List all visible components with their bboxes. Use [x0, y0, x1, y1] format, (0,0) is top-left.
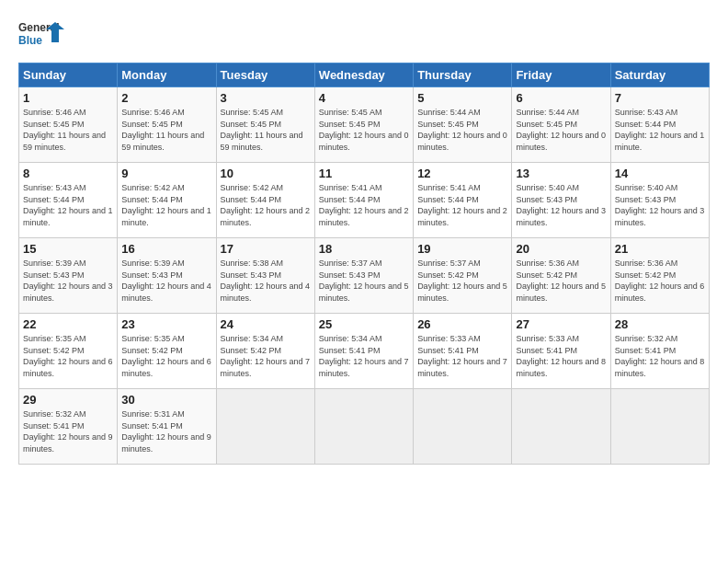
calendar-cell: 28Sunrise: 5:32 AMSunset: 5:41 PMDayligh…	[610, 314, 709, 389]
day-info: Sunrise: 5:46 AMSunset: 5:45 PMDaylight:…	[23, 107, 113, 153]
day-info: Sunrise: 5:42 AMSunset: 5:44 PMDaylight:…	[221, 182, 311, 228]
day-number: 4	[319, 91, 409, 105]
day-info: Sunrise: 5:41 AMSunset: 5:44 PMDaylight:…	[319, 182, 409, 228]
day-info: Sunrise: 5:44 AMSunset: 5:45 PMDaylight:…	[516, 107, 606, 153]
day-info: Sunrise: 5:37 AMSunset: 5:42 PMDaylight:…	[417, 258, 507, 304]
day-info: Sunrise: 5:32 AMSunset: 5:41 PMDaylight:…	[615, 333, 705, 379]
day-info: Sunrise: 5:36 AMSunset: 5:42 PMDaylight:…	[615, 258, 705, 304]
calendar-cell: 5Sunrise: 5:44 AMSunset: 5:45 PMDaylight…	[414, 87, 512, 163]
day-info: Sunrise: 5:34 AMSunset: 5:41 PMDaylight:…	[319, 333, 409, 379]
calendar-cell: 7Sunrise: 5:43 AMSunset: 5:44 PMDaylight…	[610, 87, 709, 163]
day-number: 26	[417, 317, 507, 331]
day-info: Sunrise: 5:44 AMSunset: 5:45 PMDaylight:…	[417, 107, 507, 153]
day-info: Sunrise: 5:45 AMSunset: 5:45 PMDaylight:…	[221, 107, 311, 153]
logo: General Blue	[18, 17, 64, 55]
col-header-tuesday: Tuesday	[216, 63, 314, 87]
day-info: Sunrise: 5:37 AMSunset: 5:43 PMDaylight:…	[319, 258, 409, 304]
calendar-cell: 6Sunrise: 5:44 AMSunset: 5:45 PMDaylight…	[512, 87, 610, 163]
calendar-cell: 20Sunrise: 5:36 AMSunset: 5:42 PMDayligh…	[512, 238, 610, 314]
calendar-week-4: 22Sunrise: 5:35 AMSunset: 5:42 PMDayligh…	[19, 314, 710, 389]
day-number: 9	[121, 167, 211, 180]
calendar-cell: 14Sunrise: 5:40 AMSunset: 5:43 PMDayligh…	[610, 163, 709, 238]
calendar-week-3: 15Sunrise: 5:39 AMSunset: 5:43 PMDayligh…	[19, 238, 710, 314]
svg-text:Blue: Blue	[18, 34, 42, 47]
day-number: 6	[516, 91, 606, 105]
day-info: Sunrise: 5:35 AMSunset: 5:42 PMDaylight:…	[121, 333, 211, 379]
day-number: 22	[23, 317, 113, 331]
calendar-table: SundayMondayTuesdayWednesdayThursdayFrid…	[18, 63, 710, 465]
day-number: 23	[121, 317, 211, 331]
day-info: Sunrise: 5:34 AMSunset: 5:42 PMDaylight:…	[221, 333, 311, 379]
day-number: 1	[23, 91, 113, 105]
day-number: 15	[23, 242, 113, 256]
calendar-cell: 1Sunrise: 5:46 AMSunset: 5:45 PMDaylight…	[19, 87, 118, 163]
calendar-cell: 2Sunrise: 5:46 AMSunset: 5:45 PMDaylight…	[118, 87, 216, 163]
calendar-cell: 16Sunrise: 5:39 AMSunset: 5:43 PMDayligh…	[118, 238, 216, 314]
day-info: Sunrise: 5:33 AMSunset: 5:41 PMDaylight:…	[417, 333, 507, 379]
day-number: 7	[615, 91, 705, 105]
calendar-cell: 17Sunrise: 5:38 AMSunset: 5:43 PMDayligh…	[216, 238, 314, 314]
day-info: Sunrise: 5:33 AMSunset: 5:41 PMDaylight:…	[516, 333, 606, 379]
day-info: Sunrise: 5:40 AMSunset: 5:43 PMDaylight:…	[516, 182, 606, 228]
day-info: Sunrise: 5:32 AMSunset: 5:41 PMDaylight:…	[23, 408, 113, 454]
calendar-cell	[512, 389, 610, 465]
logo-svg: General Blue	[18, 17, 64, 55]
calendar-cell: 26Sunrise: 5:33 AMSunset: 5:41 PMDayligh…	[414, 314, 512, 389]
col-header-saturday: Saturday	[610, 63, 709, 87]
calendar-cell: 29Sunrise: 5:32 AMSunset: 5:41 PMDayligh…	[19, 389, 118, 465]
main-container: General Blue SundayMondayTuesdayWednesda…	[0, 0, 728, 474]
day-info: Sunrise: 5:39 AMSunset: 5:43 PMDaylight:…	[121, 258, 211, 304]
calendar-cell: 12Sunrise: 5:41 AMSunset: 5:44 PMDayligh…	[414, 163, 512, 238]
day-number: 27	[516, 317, 606, 331]
day-number: 14	[615, 167, 705, 180]
calendar-cell: 13Sunrise: 5:40 AMSunset: 5:43 PMDayligh…	[512, 163, 610, 238]
calendar-cell: 9Sunrise: 5:42 AMSunset: 5:44 PMDaylight…	[118, 163, 216, 238]
day-number: 11	[319, 167, 409, 180]
day-number: 25	[319, 317, 409, 331]
calendar-cell: 23Sunrise: 5:35 AMSunset: 5:42 PMDayligh…	[118, 314, 216, 389]
day-number: 19	[417, 242, 507, 256]
day-info: Sunrise: 5:38 AMSunset: 5:43 PMDaylight:…	[221, 258, 311, 304]
day-number: 3	[221, 91, 311, 105]
day-info: Sunrise: 5:35 AMSunset: 5:42 PMDaylight:…	[23, 333, 113, 379]
col-header-sunday: Sunday	[19, 63, 118, 87]
day-number: 30	[121, 393, 211, 407]
day-number: 5	[417, 91, 507, 105]
day-info: Sunrise: 5:46 AMSunset: 5:45 PMDaylight:…	[121, 107, 211, 153]
calendar-week-1: 1Sunrise: 5:46 AMSunset: 5:45 PMDaylight…	[19, 87, 710, 163]
col-header-friday: Friday	[512, 63, 610, 87]
calendar-cell: 30Sunrise: 5:31 AMSunset: 5:41 PMDayligh…	[118, 389, 216, 465]
calendar-cell	[610, 389, 709, 465]
col-header-monday: Monday	[118, 63, 216, 87]
calendar-cell	[414, 389, 512, 465]
calendar-cell: 22Sunrise: 5:35 AMSunset: 5:42 PMDayligh…	[19, 314, 118, 389]
day-number: 17	[221, 242, 311, 256]
col-header-thursday: Thursday	[414, 63, 512, 87]
calendar-week-5: 29Sunrise: 5:32 AMSunset: 5:41 PMDayligh…	[19, 389, 710, 465]
calendar-cell: 11Sunrise: 5:41 AMSunset: 5:44 PMDayligh…	[314, 163, 413, 238]
calendar-cell: 24Sunrise: 5:34 AMSunset: 5:42 PMDayligh…	[216, 314, 314, 389]
day-number: 2	[121, 91, 211, 105]
day-number: 21	[615, 242, 705, 256]
calendar-cell: 10Sunrise: 5:42 AMSunset: 5:44 PMDayligh…	[216, 163, 314, 238]
calendar-cell: 19Sunrise: 5:37 AMSunset: 5:42 PMDayligh…	[414, 238, 512, 314]
calendar-cell: 27Sunrise: 5:33 AMSunset: 5:41 PMDayligh…	[512, 314, 610, 389]
day-info: Sunrise: 5:36 AMSunset: 5:42 PMDaylight:…	[516, 258, 606, 304]
day-info: Sunrise: 5:39 AMSunset: 5:43 PMDaylight:…	[23, 258, 113, 304]
day-info: Sunrise: 5:45 AMSunset: 5:45 PMDaylight:…	[319, 107, 409, 153]
calendar-cell	[314, 389, 413, 465]
day-number: 12	[417, 167, 507, 180]
day-number: 10	[221, 167, 311, 180]
day-number: 18	[319, 242, 409, 256]
calendar-cell: 25Sunrise: 5:34 AMSunset: 5:41 PMDayligh…	[314, 314, 413, 389]
calendar-cell: 18Sunrise: 5:37 AMSunset: 5:43 PMDayligh…	[314, 238, 413, 314]
calendar-cell: 15Sunrise: 5:39 AMSunset: 5:43 PMDayligh…	[19, 238, 118, 314]
day-number: 20	[516, 242, 606, 256]
day-info: Sunrise: 5:43 AMSunset: 5:44 PMDaylight:…	[615, 107, 705, 153]
day-info: Sunrise: 5:40 AMSunset: 5:43 PMDaylight:…	[615, 182, 705, 228]
calendar-week-2: 8Sunrise: 5:43 AMSunset: 5:44 PMDaylight…	[19, 163, 710, 238]
day-info: Sunrise: 5:43 AMSunset: 5:44 PMDaylight:…	[23, 182, 113, 228]
day-info: Sunrise: 5:31 AMSunset: 5:41 PMDaylight:…	[121, 408, 211, 454]
calendar-cell: 4Sunrise: 5:45 AMSunset: 5:45 PMDaylight…	[314, 87, 413, 163]
day-info: Sunrise: 5:41 AMSunset: 5:44 PMDaylight:…	[417, 182, 507, 228]
